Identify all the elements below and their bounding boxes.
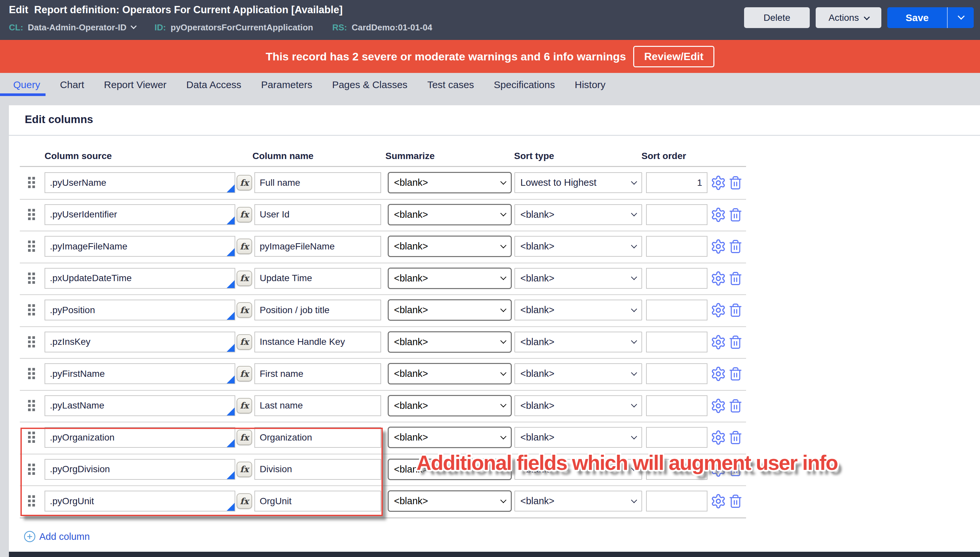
- sort-order-input[interactable]: [646, 236, 707, 257]
- drag-handle-icon[interactable]: [28, 400, 35, 411]
- sort-order-input[interactable]: [646, 459, 707, 480]
- expression-builder-button[interactable]: fx: [237, 207, 252, 222]
- column-settings-button[interactable]: [710, 207, 726, 223]
- sort-order-input[interactable]: [646, 300, 707, 321]
- save-button[interactable]: Save: [887, 7, 947, 28]
- expression-builder-button[interactable]: fx: [237, 398, 252, 414]
- column-name-input[interactable]: [254, 332, 381, 352]
- sort-order-input[interactable]: [646, 363, 707, 384]
- column-source-input[interactable]: [44, 459, 235, 480]
- drag-handle-icon[interactable]: [28, 464, 35, 475]
- drag-handle-icon[interactable]: [28, 241, 35, 252]
- column-name-input[interactable]: [254, 491, 381, 511]
- column-delete-button[interactable]: [728, 271, 743, 286]
- column-settings-button[interactable]: [710, 175, 726, 191]
- expression-builder-button[interactable]: fx: [237, 366, 252, 381]
- sort-order-input[interactable]: [646, 172, 707, 193]
- summarize-select[interactable]: <blank>: [388, 459, 512, 480]
- column-name-input[interactable]: [254, 172, 381, 193]
- tab-history[interactable]: History: [575, 79, 606, 90]
- sort-type-select[interactable]: <blank>: [514, 204, 642, 225]
- column-source-input[interactable]: [44, 268, 235, 289]
- sort-type-select[interactable]: Lowest to Highest: [514, 172, 642, 193]
- column-source-input[interactable]: [44, 491, 235, 511]
- column-name-input[interactable]: [254, 459, 381, 480]
- class-value[interactable]: Data-Admin-Operator-ID: [28, 23, 126, 33]
- sort-type-select[interactable]: <blank>: [514, 268, 642, 289]
- column-source-input[interactable]: [44, 172, 235, 193]
- tab-pages-classes[interactable]: Pages & Classes: [332, 79, 407, 90]
- column-delete-button[interactable]: [728, 462, 743, 477]
- summarize-select[interactable]: <blank>: [388, 395, 512, 417]
- column-name-input[interactable]: [254, 427, 381, 448]
- column-settings-button[interactable]: [710, 430, 726, 445]
- expression-builder-button[interactable]: fx: [237, 175, 252, 191]
- drag-handle-icon[interactable]: [28, 209, 35, 220]
- tab-data-access[interactable]: Data Access: [186, 79, 241, 90]
- summarize-select[interactable]: <blank>: [388, 299, 512, 321]
- column-delete-button[interactable]: [728, 494, 743, 508]
- tab-parameters[interactable]: Parameters: [261, 79, 312, 90]
- delete-button[interactable]: Delete: [744, 7, 810, 28]
- column-delete-button[interactable]: [728, 176, 743, 190]
- column-name-input[interactable]: [254, 395, 381, 416]
- column-settings-button[interactable]: [710, 366, 726, 382]
- review-edit-button[interactable]: Review/Edit: [633, 46, 715, 67]
- sort-type-select[interactable]: <blank>: [514, 459, 642, 480]
- sort-order-input[interactable]: [646, 268, 707, 289]
- sort-order-input[interactable]: [646, 395, 707, 416]
- sort-order-input[interactable]: [646, 427, 707, 448]
- sort-order-input[interactable]: [646, 204, 707, 225]
- expression-builder-button[interactable]: fx: [237, 462, 252, 477]
- sort-type-select[interactable]: <blank>: [514, 300, 642, 321]
- tab-chart[interactable]: Chart: [60, 79, 84, 90]
- column-settings-button[interactable]: [710, 270, 726, 287]
- summarize-select[interactable]: <blank>: [388, 236, 512, 257]
- expression-builder-button[interactable]: fx: [237, 239, 252, 254]
- summarize-select[interactable]: <blank>: [388, 172, 512, 193]
- sort-type-select[interactable]: <blank>: [514, 427, 642, 448]
- column-source-input[interactable]: [44, 395, 235, 416]
- column-delete-button[interactable]: [728, 208, 743, 222]
- sort-order-input[interactable]: [646, 491, 707, 511]
- column-source-input[interactable]: [44, 332, 235, 352]
- chevron-down-icon[interactable]: [131, 23, 137, 29]
- tab-report-viewer[interactable]: Report Viewer: [104, 79, 167, 90]
- drag-handle-icon[interactable]: [28, 368, 35, 379]
- column-settings-button[interactable]: [710, 398, 726, 414]
- column-name-input[interactable]: [254, 236, 381, 257]
- column-delete-button[interactable]: [728, 399, 743, 413]
- summarize-select[interactable]: <blank>: [388, 490, 512, 512]
- column-delete-button[interactable]: [728, 303, 743, 318]
- column-name-input[interactable]: [254, 204, 381, 225]
- sort-order-input[interactable]: [646, 332, 707, 352]
- summarize-select[interactable]: <blank>: [388, 204, 512, 225]
- expression-builder-button[interactable]: fx: [237, 493, 252, 509]
- column-name-input[interactable]: [254, 268, 381, 289]
- expression-builder-button[interactable]: fx: [237, 270, 252, 286]
- summarize-select[interactable]: <blank>: [388, 427, 512, 448]
- sort-type-select[interactable]: <blank>: [514, 395, 642, 416]
- column-settings-button[interactable]: [710, 239, 726, 254]
- column-settings-button[interactable]: [710, 493, 726, 509]
- add-column-button[interactable]: Add column: [23, 530, 90, 543]
- tab-specifications[interactable]: Specifications: [494, 79, 555, 90]
- bottom-scrollbar[interactable]: [9, 552, 980, 557]
- sort-type-select[interactable]: <blank>: [514, 363, 642, 384]
- sort-type-select[interactable]: <blank>: [514, 236, 642, 257]
- column-name-input[interactable]: [254, 300, 381, 321]
- drag-handle-icon[interactable]: [28, 432, 35, 443]
- column-delete-button[interactable]: [728, 335, 743, 349]
- column-source-input[interactable]: [44, 300, 235, 321]
- column-settings-button[interactable]: [710, 302, 726, 318]
- column-settings-button[interactable]: [710, 462, 726, 477]
- column-delete-button[interactable]: [728, 239, 743, 254]
- column-name-input[interactable]: [254, 363, 381, 384]
- expression-builder-button[interactable]: fx: [237, 334, 252, 350]
- save-options-button[interactable]: [947, 7, 974, 28]
- drag-handle-icon[interactable]: [28, 304, 35, 316]
- summarize-select[interactable]: <blank>: [388, 331, 512, 353]
- sort-type-select[interactable]: <blank>: [514, 491, 642, 511]
- summarize-select[interactable]: <blank>: [388, 363, 512, 384]
- summarize-select[interactable]: <blank>: [388, 268, 512, 289]
